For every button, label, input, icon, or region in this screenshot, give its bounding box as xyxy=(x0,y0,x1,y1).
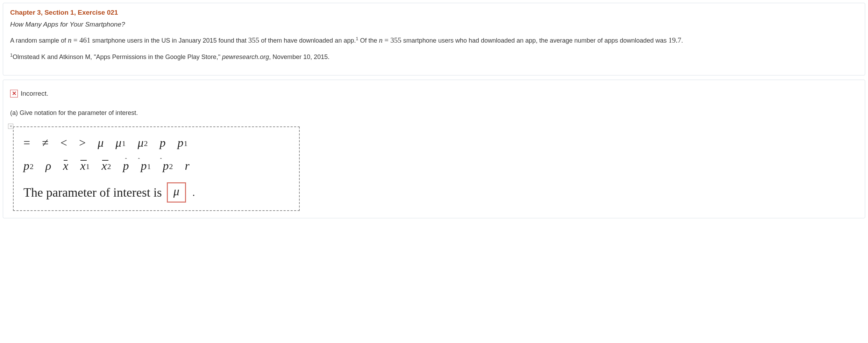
sub: 1 xyxy=(122,139,126,148)
sub: 2 xyxy=(144,139,148,148)
symbol-p[interactable]: p xyxy=(159,136,165,149)
text: smartphone users in the US in January 20… xyxy=(90,37,248,44)
value-355: 355 xyxy=(248,36,259,44)
symbol-phat1[interactable]: ˆp1 xyxy=(141,159,151,173)
equals: = xyxy=(72,36,79,44)
symbol-row-2: p2 ρ x x1 x2 ˆp ˆp1 ˆp2 r xyxy=(23,159,289,173)
symbol-equals[interactable]: = xyxy=(23,136,30,149)
part-a-label: (a) Give notation for the parameter of i… xyxy=(10,109,858,117)
value-19-7: 19.7 xyxy=(668,36,681,44)
base: x xyxy=(80,159,85,173)
footnote: 1Olmstead K and Atkinson M, "Apps Permis… xyxy=(10,52,858,62)
exercise-subtitle: How Many Apps for Your Smartphone? xyxy=(10,21,858,28)
symbol-p2[interactable]: p2 xyxy=(23,159,34,173)
sub: 2 xyxy=(107,162,111,171)
sub: 1 xyxy=(86,162,90,171)
value-355b: 355 xyxy=(390,36,401,44)
answer-panel: ✕ Incorrect. (a) Give notation for the p… xyxy=(3,80,865,218)
symbol-phat[interactable]: ˆp xyxy=(123,159,129,173)
symbol-p1[interactable]: p1 xyxy=(177,136,187,149)
base: x xyxy=(63,159,68,173)
symbol-row-1: = ≠ < > μ μ1 μ2 p p1 xyxy=(23,136,289,149)
hat: ˆ xyxy=(160,157,166,163)
feedback-text: Incorrect. xyxy=(21,90,48,97)
answer-input-box[interactable]: μ xyxy=(167,182,186,203)
sub: 1 xyxy=(147,162,151,171)
bar xyxy=(102,160,108,161)
footnote-text: Olmstead K and Atkinson M, "Apps Permiss… xyxy=(13,53,222,60)
answer-area: ✕ = ≠ < > μ μ1 μ2 p p1 p2 ρ x x1 x2 ˆp ˆ… xyxy=(8,126,858,211)
symbol-phat2[interactable]: ˆp2 xyxy=(163,159,173,173)
exercise-title: Chapter 3, Section 1, Exercise 021 xyxy=(10,9,858,16)
value-461: 461 xyxy=(79,36,91,44)
clear-icon[interactable]: ✕ xyxy=(8,124,13,129)
incorrect-icon: ✕ xyxy=(10,90,18,97)
symbol-less-than[interactable]: < xyxy=(61,136,67,149)
base: x xyxy=(102,159,107,173)
statement-text: The parameter of interest is xyxy=(23,185,162,200)
symbol-mu1[interactable]: μ1 xyxy=(115,136,126,149)
var-n: n xyxy=(68,36,72,44)
sub: 1 xyxy=(184,139,187,148)
problem-header-panel: Chapter 3, Section 1, Exercise 021 How M… xyxy=(3,3,865,75)
equals: = xyxy=(383,36,390,44)
base: p xyxy=(177,136,183,149)
hat: ˆ xyxy=(125,157,127,163)
text: smartphone users who had downloaded an a… xyxy=(401,37,669,44)
feedback-row: ✕ Incorrect. xyxy=(10,90,858,97)
base: μ xyxy=(137,136,143,149)
symbol-xbar[interactable]: x xyxy=(63,159,68,173)
statement-period: . xyxy=(192,187,195,198)
hat: ˆ xyxy=(138,157,144,163)
text: . xyxy=(681,37,683,44)
text: A random sample of xyxy=(10,37,68,44)
footnote-marker: 1 xyxy=(10,53,13,58)
symbol-xbar1[interactable]: x1 xyxy=(80,159,90,173)
symbol-greater-than[interactable]: > xyxy=(79,136,86,149)
symbol-mu2[interactable]: μ2 xyxy=(137,136,148,149)
symbol-r[interactable]: r xyxy=(185,159,190,173)
sub: 2 xyxy=(169,162,173,171)
symbol-rho[interactable]: ρ xyxy=(45,159,51,173)
base: p xyxy=(23,159,29,173)
sub: 2 xyxy=(30,162,34,171)
answer-statement: The parameter of interest is μ . xyxy=(23,182,289,203)
symbol-palette: = ≠ < > μ μ1 μ2 p p1 p2 ρ x x1 x2 ˆp ˆp1… xyxy=(13,126,300,211)
text: of them have downloaded an app. xyxy=(259,37,356,44)
footnote-site: pewresearch.org xyxy=(222,53,269,60)
bar xyxy=(64,160,67,161)
var-n: n xyxy=(379,36,383,44)
symbol-not-equals[interactable]: ≠ xyxy=(42,136,49,149)
symbol-mu[interactable]: μ xyxy=(98,136,104,149)
problem-paragraph: A random sample of n = 461 smartphone us… xyxy=(10,35,858,46)
symbol-xbar2[interactable]: x2 xyxy=(102,159,111,173)
bar xyxy=(80,160,87,161)
text: Of the xyxy=(358,37,379,44)
footnote-date: , November 10, 2015. xyxy=(269,53,329,60)
base: μ xyxy=(115,136,121,149)
